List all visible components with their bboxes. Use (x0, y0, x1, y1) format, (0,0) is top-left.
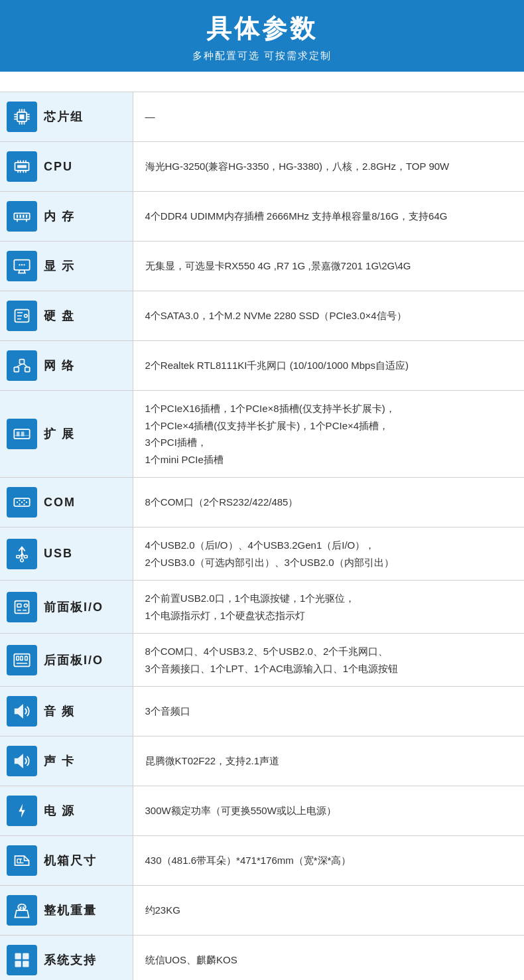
row-value-sound-card: 昆腾微KT02F22，支持2.1声道 (133, 736, 524, 786)
table-row: 扩 展1个PCIeX16插槽，1个PCIe×8插槽(仅支持半长扩展卡)，1个PC… (0, 391, 524, 478)
row-value-power: 300W额定功率（可更换550W或以上电源） (133, 786, 524, 836)
table-row: 系统支持统信UOS、麒麟KOS (0, 936, 524, 981)
row-label-weight: 整机重量 (44, 902, 97, 918)
svg-rect-1 (20, 115, 25, 119)
table-row: COM8个COM口（2个RS232/422/485） (0, 478, 524, 527)
row-label-os: 系统支持 (44, 952, 97, 968)
row-label-com: COM (44, 496, 76, 510)
table-row: CPU海光HG-3250(兼容HG-3350，HG-3380)，八核，2.8GH… (0, 142, 524, 192)
row-value-expansion: 1个PCIeX16插槽，1个PCIe×8插槽(仅支持半长扩展卡)，1个PCIe×… (133, 391, 524, 478)
row-label-front-io: 前面板I/O (44, 599, 103, 615)
svg-rect-25 (17, 215, 18, 218)
row-value-memory: 4个DDR4 UDIMM内存插槽 2666MHz 支持单根容量8/16G，支持6… (133, 192, 524, 242)
row-label-dimensions: 机箱尺寸 (44, 853, 97, 869)
svg-rect-61 (25, 555, 28, 558)
audio-icon (7, 696, 37, 727)
svg-point-56 (23, 500, 25, 501)
svg-point-64 (21, 559, 24, 562)
row-label-sound-card: 声 卡 (44, 753, 75, 769)
row-label-power: 电 源 (44, 803, 75, 819)
storage-icon (7, 301, 37, 331)
dimensions-icon (7, 845, 37, 876)
svg-rect-44 (20, 360, 25, 364)
table-row: KG 整机重量约23KG (0, 886, 524, 936)
sound-card-icon (7, 746, 37, 776)
table-row: USB4个USB2.0（后I/O）、4个USB3.2Gen1（后I/O），2个U… (0, 527, 524, 581)
table-row: 硬 盘4个SATA3.0，1个M.2 NVMe 2280 SSD（PCIe3.0… (0, 291, 524, 341)
row-value-os: 统信UOS、麒麟KOS (133, 936, 524, 981)
svg-rect-60 (17, 555, 20, 558)
svg-rect-43 (14, 367, 19, 372)
svg-rect-87 (23, 953, 29, 959)
row-value-front-io: 2个前置USB2.0口，1个电源按键，1个光驱位，1个电源指示灯，1个硬盘状态指… (133, 581, 524, 634)
svg-rect-86 (15, 953, 21, 959)
usb-icon (7, 539, 37, 569)
expansion-icon (7, 419, 37, 449)
display-icon (7, 251, 37, 281)
row-label-display: 显 示 (44, 258, 75, 274)
svg-point-53 (17, 502, 18, 503)
svg-point-68 (25, 604, 28, 607)
table-row: 网 络2个Realtek RTL8111KI千兆网口 (10/100/1000 … (0, 341, 524, 391)
svg-line-46 (17, 364, 22, 368)
header: 具体参数 多种配置可选 可按需求定制 (0, 0, 524, 72)
table-row: 内 存4个DDR4 UDIMM内存插槽 2666MHz 支持单根容量8/16G，… (0, 192, 524, 242)
row-value-usb: 4个USB2.0（后I/O）、4个USB3.2Gen1（后I/O），2个USB3… (133, 527, 524, 581)
row-value-chipset: — (133, 92, 524, 142)
row-label-expansion: 扩 展 (44, 426, 75, 442)
svg-rect-26 (20, 215, 21, 218)
row-value-weight: 约23KG (133, 886, 524, 936)
svg-point-39 (25, 315, 28, 318)
row-label-memory: 内 存 (44, 208, 75, 224)
svg-rect-27 (23, 215, 24, 218)
network-icon (7, 350, 37, 381)
row-value-display: 无集显，可选显卡RX550 4G ,R7 1G ,景嘉微7201 1G\2G\4… (133, 242, 524, 291)
table-row: 机箱尺寸430（481.6带耳朵）*471*176mm（宽*深*高） (0, 836, 524, 886)
os-icon (7, 945, 37, 975)
rear-io-icon (7, 645, 37, 675)
svg-marker-77 (15, 755, 23, 768)
page-subtitle: 多种配置可选 可按需求定制 (0, 50, 524, 62)
row-value-rear-io: 8个COM口、4个USB3.2、5个USB2.0、2个千兆网口、3个音频接口、1… (133, 634, 524, 687)
svg-point-59 (23, 504, 25, 505)
svg-rect-67 (17, 604, 21, 607)
row-label-chipset: 芯片组 (44, 109, 84, 125)
row-value-network: 2个Realtek RTL8111KI千兆网口 (10/100/1000 Mbp… (133, 341, 524, 391)
row-value-storage: 4个SATA3.0，1个M.2 NVMe 2280 SSD（PCIe3.0×4信… (133, 291, 524, 341)
table-row: 显 示无集显，可选显卡RX550 4G ,R7 1G ,景嘉微7201 1G\2… (0, 242, 524, 291)
weight-icon: KG (7, 895, 37, 926)
row-label-usb: USB (44, 547, 73, 561)
table-row: 声 卡昆腾微KT02F22，支持2.1声道 (0, 736, 524, 786)
page-title: 具体参数 (0, 12, 524, 46)
front-io-icon (7, 592, 37, 622)
row-label-storage: 硬 盘 (44, 308, 75, 324)
svg-rect-89 (23, 961, 29, 967)
svg-marker-76 (15, 705, 23, 718)
svg-rect-28 (26, 215, 27, 218)
svg-rect-73 (21, 656, 23, 660)
power-icon (7, 796, 37, 826)
svg-rect-45 (25, 367, 30, 372)
svg-point-54 (19, 500, 20, 501)
row-label-rear-io: 后面板I/O (44, 652, 103, 668)
page-wrapper: 具体参数 多种配置可选 可按需求定制 芯片组— CPU海光HG-3250(兼容H… (0, 0, 524, 980)
row-label-audio: 音 频 (44, 703, 75, 719)
specs-table: 芯片组— CPU海光HG-3250(兼容HG-3350，HG-3380)，八核，… (0, 92, 524, 980)
row-label-cpu: CPU (44, 160, 73, 174)
svg-rect-72 (17, 656, 19, 660)
svg-rect-88 (15, 961, 21, 967)
memory-icon (7, 201, 37, 232)
chipset-icon (7, 102, 37, 132)
table-row: 芯片组— (0, 92, 524, 142)
row-value-audio: 3个音频口 (133, 687, 524, 736)
row-value-com: 8个COM口（2个RS232/422/485） (133, 478, 524, 527)
table-row: 电 源300W额定功率（可更换550W或以上电源） (0, 786, 524, 836)
svg-rect-74 (25, 656, 28, 660)
row-value-cpu: 海光HG-3250(兼容HG-3350，HG-3380)，八核，2.8GHz，T… (133, 142, 524, 192)
svg-point-36 (21, 264, 23, 265)
svg-point-58 (19, 504, 20, 505)
svg-rect-15 (17, 165, 27, 169)
table-row: 后面板I/O8个COM口、4个USB3.2、5个USB2.0、2个千兆网口、3个… (0, 634, 524, 687)
svg-point-57 (26, 502, 27, 503)
row-label-network: 网 络 (44, 358, 75, 374)
